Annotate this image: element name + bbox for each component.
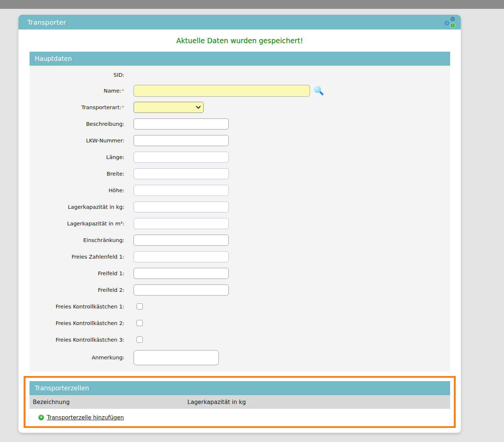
field-control-name xyxy=(134,85,324,97)
field-control-hoehe xyxy=(134,185,229,196)
breite-input[interactable] xyxy=(134,168,229,179)
lagerkapazitaet-m3-input[interactable] xyxy=(134,218,229,229)
field-label-text: Breite: xyxy=(107,171,124,177)
field-label-freifeld-1: Freifeld 1: xyxy=(30,270,124,276)
lagerkapazitaet-kg-input[interactable] xyxy=(134,201,229,213)
field-label-text: Lagerkapazität in m³: xyxy=(67,221,124,227)
form-row-beschreibung: Beschreibung: xyxy=(30,115,450,132)
field-label-text: Einschränkung: xyxy=(83,237,124,243)
gears-check-icon[interactable]: ⚙ ⚙ ✓ xyxy=(444,17,456,28)
field-control-freies-kontrollkaestchen-1 xyxy=(134,303,143,310)
hoehe-input[interactable] xyxy=(134,185,229,196)
field-control-freifeld-2 xyxy=(134,284,229,296)
field-control-lagerkapazitaet-m3 xyxy=(134,218,229,229)
form-row-sid: SID: xyxy=(30,68,450,82)
field-label-text: Transporterart: xyxy=(81,104,121,110)
field-label-einschraenkung: Einschränkung: xyxy=(30,237,124,243)
field-control-beschreibung xyxy=(134,118,229,130)
laenge-input[interactable] xyxy=(134,152,229,163)
field-label-freies-kontrollkaestchen-3: Freies Kontrollkästchen 3: xyxy=(30,337,124,343)
field-label-sid: SID: xyxy=(30,72,124,78)
add-transporterzelle-link[interactable]: Transporterzelle hinzufügen xyxy=(47,414,124,421)
field-label-text: Höhe: xyxy=(108,187,124,193)
gear-icon: ⚙ xyxy=(444,20,450,27)
transporterzellen-header: Transporterzellen xyxy=(30,381,450,395)
form-row-anmerkung: Anmerkung: xyxy=(30,348,450,367)
field-label-text: Anmerkung: xyxy=(92,355,124,360)
field-label-text: Freifeld 2: xyxy=(98,287,124,293)
form-row-laenge: Länge: xyxy=(30,149,450,165)
form-row-freies-kontrollkaestchen-2: Freies Kontrollkästchen 2: xyxy=(30,315,450,331)
field-control-lagerkapazitaet-kg xyxy=(134,201,229,213)
field-label-anmerkung: Anmerkung: xyxy=(30,355,124,360)
form-row-lagerkapazitaet-m3: Lagerkapazität in m³: xyxy=(30,215,450,232)
form-row-freies-kontrollkaestchen-1: Freies Kontrollkästchen 1: xyxy=(30,298,450,315)
field-label-hoehe: Höhe: xyxy=(30,187,124,193)
field-label-lagerkapazitaet-m3: Lagerkapazität in m³: xyxy=(30,221,124,227)
transporterzellen-highlight-box: Transporterzellen Bezeichnung Lagerkapaz… xyxy=(24,376,456,428)
field-label-freies-kontrollkaestchen-1: Freies Kontrollkästchen 1: xyxy=(30,304,124,310)
freies-kontrollkaestchen-1-checkbox[interactable] xyxy=(137,303,143,310)
required-asterisk: * xyxy=(122,88,124,94)
field-control-einschraenkung xyxy=(134,235,229,246)
field-label-freies-zahlenfeld-1: Freies Zahlenfeld 1: xyxy=(30,254,124,260)
magnifier-icon[interactable] xyxy=(314,86,324,96)
form-row-freies-kontrollkaestchen-3: Freies Kontrollkästchen 3: xyxy=(30,331,450,348)
field-label-laenge: Länge: xyxy=(30,154,124,160)
beschreibung-input[interactable] xyxy=(134,118,229,130)
anmerkung-textarea[interactable] xyxy=(134,350,219,365)
name-input[interactable] xyxy=(134,85,310,97)
field-label-text: Name: xyxy=(104,88,121,94)
field-label-beschreibung: Beschreibung: xyxy=(30,121,124,127)
freies-kontrollkaestchen-3-checkbox[interactable] xyxy=(137,336,143,343)
field-control-freies-kontrollkaestchen-3 xyxy=(134,336,143,343)
freies-zahlenfeld-1-input[interactable] xyxy=(134,251,229,262)
panel-title: Transporter xyxy=(27,18,66,26)
field-label-text: Freies Kontrollkästchen 2: xyxy=(56,320,124,326)
field-control-anmerkung xyxy=(134,350,219,365)
hauptdaten-header: Hauptdaten xyxy=(30,52,450,66)
field-label-text: LKW-Nummer: xyxy=(86,138,124,144)
form-row-transporterart: Transporterart:* xyxy=(30,99,450,115)
freifeld-2-input[interactable] xyxy=(134,284,229,296)
plus-icon[interactable]: + xyxy=(38,415,44,420)
field-label-text: Beschreibung: xyxy=(86,121,124,127)
field-label-text: SID: xyxy=(113,72,124,78)
form-row-lkw-nummer: LKW-Nummer: xyxy=(30,132,450,149)
transporter-panel: Transporter ⚙ ⚙ ✓ Aktuelle Daten wurden … xyxy=(18,15,461,433)
column-header-bezeichnung: Bezeichnung xyxy=(30,399,187,405)
field-label-freifeld-2: Freifeld 2: xyxy=(30,287,124,293)
field-label-name: Name:* xyxy=(30,88,124,94)
field-label-text: Lagerkapazität in kg: xyxy=(68,204,124,210)
hauptdaten-section: Hauptdaten SID:Name:*Transporterart:*Bes… xyxy=(30,52,450,372)
field-control-breite xyxy=(134,168,229,179)
field-control-transporterart xyxy=(134,102,204,113)
form-row-lagerkapazitaet-kg: Lagerkapazität in kg: xyxy=(30,198,450,215)
field-label-lagerkapazitaet-kg: Lagerkapazität in kg: xyxy=(30,204,124,210)
column-header-lagerkapazitaet: Lagerkapazität in kg xyxy=(187,399,246,405)
freifeld-1-input[interactable] xyxy=(134,268,229,279)
add-transporterzelle-row: + Transporterzelle hinzufügen xyxy=(30,409,450,426)
panel-header: Transporter ⚙ ⚙ ✓ xyxy=(18,15,461,30)
lkw-nummer-input[interactable] xyxy=(134,135,229,146)
form-row-freies-zahlenfeld-1: Freies Zahlenfeld 1: xyxy=(30,248,450,265)
field-label-text: Freies Kontrollkästchen 3: xyxy=(56,337,124,343)
transporterart-select[interactable] xyxy=(134,102,204,113)
field-control-freifeld-1 xyxy=(134,268,229,279)
einschraenkung-input[interactable] xyxy=(134,235,229,246)
field-control-freies-kontrollkaestchen-2 xyxy=(134,320,143,326)
field-label-breite: Breite: xyxy=(30,171,124,177)
field-control-freies-zahlenfeld-1 xyxy=(134,251,229,262)
form-row-breite: Breite: xyxy=(30,165,450,182)
field-label-lkw-nummer: LKW-Nummer: xyxy=(30,138,124,144)
form-row-einschraenkung: Einschränkung: xyxy=(30,232,450,248)
check-badge-icon: ✓ xyxy=(450,23,455,28)
field-label-freies-kontrollkaestchen-2: Freies Kontrollkästchen 2: xyxy=(30,320,124,326)
freies-kontrollkaestchen-2-checkbox[interactable] xyxy=(137,320,143,326)
top-bar xyxy=(0,0,504,9)
field-label-text: Freies Zahlenfeld 1: xyxy=(72,254,124,260)
form-row-name: Name:* xyxy=(30,82,450,99)
form-row-freifeld-2: Freifeld 2: xyxy=(30,282,450,298)
field-control-laenge xyxy=(134,152,229,163)
hauptdaten-form: SID:Name:*Transporterart:*Beschreibung:L… xyxy=(30,66,450,372)
